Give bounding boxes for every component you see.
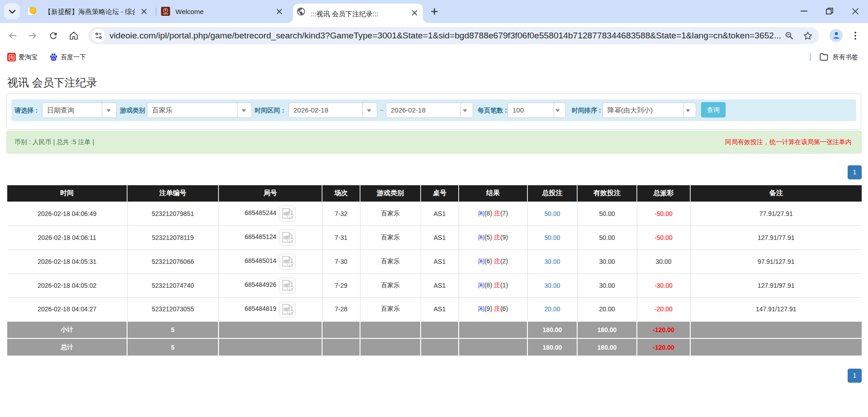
svg-text:du: du bbox=[52, 57, 56, 60]
